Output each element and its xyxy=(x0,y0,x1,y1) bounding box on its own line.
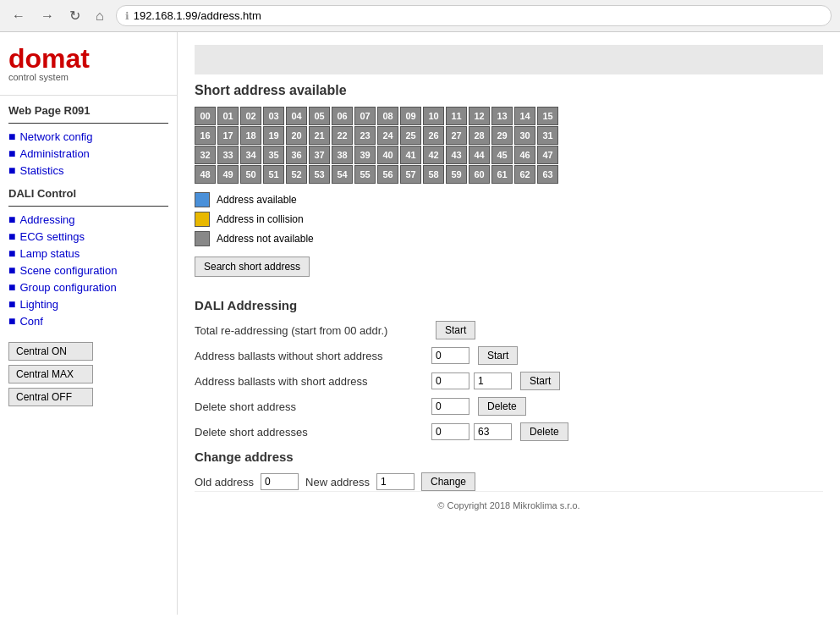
sidebar-item-conf[interactable]: ■ Conf xyxy=(0,312,177,329)
address-cell-27: 27 xyxy=(446,126,467,145)
sidebar-item-lamp-status[interactable]: ■ Lamp status xyxy=(0,245,177,262)
back-button[interactable]: ← xyxy=(8,7,29,25)
sidebar-item-label: Administration xyxy=(19,147,89,160)
logo-domat: domat xyxy=(8,45,168,72)
ballasts-with-addr-input1[interactable] xyxy=(431,372,469,389)
ballasts-with-addr-input2[interactable] xyxy=(474,372,512,389)
address-cell-53: 53 xyxy=(309,165,330,184)
main-content: Short address available 0001020304050607… xyxy=(178,32,840,615)
sidebar: domat control system Web Page R091 ■ Net… xyxy=(0,32,178,615)
change-address-button[interactable]: Change xyxy=(421,472,475,491)
new-address-label: New address xyxy=(305,476,370,488)
address-cell-21: 21 xyxy=(309,126,330,145)
address-cell-40: 40 xyxy=(377,146,398,164)
address-cell-23: 23 xyxy=(354,126,376,145)
address-cell-56: 56 xyxy=(377,165,398,184)
sidebar-item-administration[interactable]: ■ Administration xyxy=(0,145,177,162)
legend-collision: Address in collision xyxy=(195,212,823,227)
address-cell-38: 38 xyxy=(332,146,353,164)
forward-button[interactable]: → xyxy=(37,7,58,25)
address-cell-12: 12 xyxy=(469,107,490,125)
sidebar-divider1 xyxy=(8,123,168,124)
address-cell-39: 39 xyxy=(354,146,376,164)
sidebar-item-network-config[interactable]: ■ Network config xyxy=(0,128,177,145)
sidebar-item-ecg-settings[interactable]: ■ ECG settings xyxy=(0,228,177,245)
delete-shorts-input2[interactable] xyxy=(474,423,512,440)
search-short-address-button[interactable]: Search short address xyxy=(195,257,310,277)
address-cell-42: 42 xyxy=(423,146,444,164)
legend-available-label: Address available xyxy=(217,194,297,206)
start-without-short-button[interactable]: Start xyxy=(478,346,518,365)
bullet-icon: ■ xyxy=(8,130,15,143)
address-cell-48: 48 xyxy=(195,165,216,184)
address-cell-11: 11 xyxy=(446,107,467,125)
address-cell-54: 54 xyxy=(332,165,353,184)
old-address-input[interactable] xyxy=(261,473,299,490)
address-cell-00: 00 xyxy=(195,107,216,125)
ballasts-without-addr-input[interactable] xyxy=(431,347,469,364)
dali-label-delete-short: Delete short address xyxy=(195,400,431,413)
sidebar-item-lighting[interactable]: ■ Lighting xyxy=(0,295,177,312)
old-address-label: Old address xyxy=(195,476,254,488)
address-cell-20: 20 xyxy=(286,126,307,145)
start-with-short-button[interactable]: Start xyxy=(520,372,560,390)
sidebar-item-label: Network config xyxy=(19,130,92,143)
address-cell-35: 35 xyxy=(263,146,284,164)
copyright-text: © Copyright 2018 Mikroklima s.r.o. xyxy=(437,500,579,510)
sidebar-item-statistics[interactable]: ■ Statistics xyxy=(0,162,177,179)
dali-label-delete-shorts: Delete short addresses xyxy=(195,426,431,439)
address-cell-22: 22 xyxy=(332,126,353,145)
address-cell-58: 58 xyxy=(423,165,444,184)
address-grid: 0001020304050607080910111213141516171819… xyxy=(195,107,823,184)
url-text: 192.168.1.99/address.htm xyxy=(134,9,261,22)
delete-shorts-input1[interactable] xyxy=(431,423,469,440)
address-cell-49: 49 xyxy=(217,165,239,184)
address-cell-37: 37 xyxy=(309,146,330,164)
sidebar-item-label: Lighting xyxy=(19,298,58,311)
browser-chrome: ← → ↻ ⌂ ℹ 192.168.1.99/address.htm xyxy=(0,0,840,32)
address-cell-25: 25 xyxy=(400,126,421,145)
refresh-button[interactable]: ↻ xyxy=(66,6,84,25)
legend-not-available-box xyxy=(195,231,210,246)
address-cell-08: 08 xyxy=(377,107,398,125)
delete-short-input[interactable] xyxy=(431,398,469,415)
address-cell-30: 30 xyxy=(514,126,535,145)
address-bar[interactable]: ℹ 192.168.1.99/address.htm xyxy=(116,5,832,26)
bullet-icon: ■ xyxy=(8,263,15,277)
address-cell-41: 41 xyxy=(400,146,421,164)
address-cell-60: 60 xyxy=(469,165,490,184)
address-cell-24: 24 xyxy=(377,126,398,145)
central-max-button[interactable]: Central MAX xyxy=(8,365,93,383)
sidebar-item-label: Scene configuration xyxy=(19,264,117,277)
dali-row-with-short: Address ballasts with short address Star… xyxy=(195,372,823,390)
bullet-icon: ■ xyxy=(8,314,15,328)
address-cell-28: 28 xyxy=(469,126,490,145)
address-cell-14: 14 xyxy=(514,107,535,125)
bullet-icon: ■ xyxy=(8,212,15,226)
bullet-icon: ■ xyxy=(8,246,15,260)
address-cell-62: 62 xyxy=(514,165,535,184)
central-on-button[interactable]: Central ON xyxy=(8,342,93,361)
dali-row-delete-short: Delete short address Delete xyxy=(195,397,823,416)
address-cell-09: 09 xyxy=(400,107,421,125)
delete-short-button[interactable]: Delete xyxy=(478,397,526,416)
home-button[interactable]: ⌂ xyxy=(92,7,107,25)
address-cell-29: 29 xyxy=(491,126,513,145)
address-cell-57: 57 xyxy=(400,165,421,184)
delete-shorts-button[interactable]: Delete xyxy=(520,422,568,441)
legend-not-available: Address not available xyxy=(195,231,823,246)
sidebar-item-group-configuration[interactable]: ■ Group configuration xyxy=(0,279,177,295)
legend-available-box xyxy=(195,192,210,207)
dali-label-with-short: Address ballasts with short address xyxy=(195,375,431,388)
new-address-input[interactable] xyxy=(376,473,415,490)
address-cell-15: 15 xyxy=(537,107,558,125)
section1-title: Web Page R091 xyxy=(0,96,177,121)
dali-label-total-readdressing: Total re-addressing (start from 00 addr.… xyxy=(195,324,431,337)
address-cell-43: 43 xyxy=(446,146,467,164)
address-cell-36: 36 xyxy=(286,146,307,164)
sidebar-item-addressing[interactable]: ■ Addressing xyxy=(0,211,177,228)
sidebar-item-scene-configuration[interactable]: ■ Scene configuration xyxy=(0,262,177,279)
address-cell-03: 03 xyxy=(263,107,284,125)
central-off-button[interactable]: Central OFF xyxy=(8,388,93,406)
start-total-readdressing-button[interactable]: Start xyxy=(436,321,475,339)
